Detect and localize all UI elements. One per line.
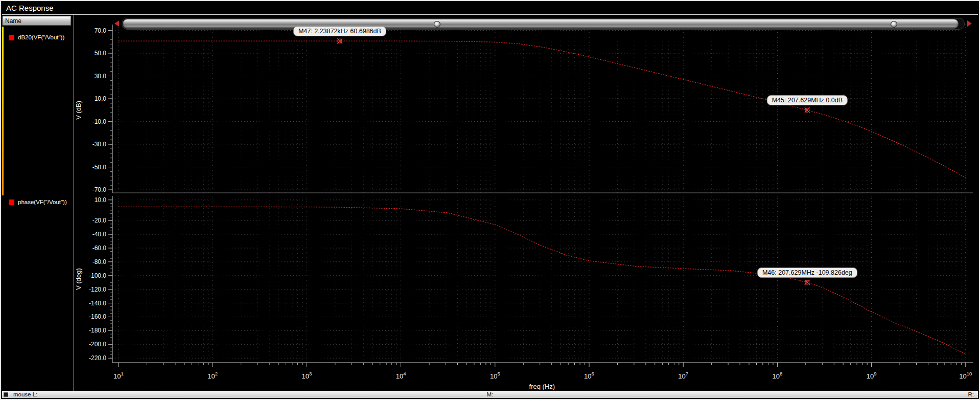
marker-point-M45: [805, 107, 810, 113]
marker-point-M46: [805, 280, 810, 285]
signal-curve: [119, 41, 966, 177]
ac-response-window: AC Response Name dB20(VF("/Vout")) phase…: [0, 0, 980, 400]
svg-text:70.0: 70.0: [95, 27, 107, 34]
svg-text:-70.0: -70.0: [92, 186, 107, 193]
svg-text:101: 101: [113, 371, 124, 380]
plot-strip-1: 10.0-20.0-40.0-60.0-80.0-100.0-120.0-140…: [75, 196, 973, 363]
plot-canvas[interactable]: 70.050.030.010.0-10.0-30.0-50.0-70.0V (d…: [1, 1, 980, 400]
svg-text:-30.0: -30.0: [92, 141, 107, 148]
svg-text:1010: 1010: [959, 371, 972, 380]
scrollbar-track[interactable]: [122, 18, 965, 30]
svg-text:-50.0: -50.0: [92, 164, 107, 171]
plot-horizontal-scrollbar[interactable]: [114, 18, 974, 30]
svg-text:-100.0: -100.0: [89, 272, 106, 279]
svg-text:10.0: 10.0: [95, 196, 107, 204]
marker-callout-M46[interactable]: M46: 207.629MHz -109.826deg: [757, 268, 857, 278]
signal-curve: [119, 207, 966, 354]
svg-text:-80.0: -80.0: [92, 258, 107, 265]
svg-text:105: 105: [490, 371, 500, 380]
svg-text:108: 108: [773, 371, 783, 380]
svg-text:10.0: 10.0: [95, 95, 107, 102]
svg-text:104: 104: [396, 371, 406, 380]
svg-text:-40.0: -40.0: [92, 231, 107, 238]
svg-text:-220.0: -220.0: [89, 354, 106, 362]
scrollbar-grip-icon[interactable]: [891, 21, 897, 28]
svg-text:-120.0: -120.0: [89, 286, 106, 293]
status-mouse-middle: M:: [487, 391, 494, 398]
scrollbar-thumb[interactable]: [123, 19, 959, 29]
marker-point-M47: [337, 38, 342, 43]
svg-text:102: 102: [207, 371, 218, 380]
svg-text:V (deg): V (deg): [75, 268, 82, 290]
svg-text:-10.0: -10.0: [92, 118, 107, 125]
scroll-left-arrow-icon[interactable]: [114, 20, 119, 27]
svg-text:-200.0: -200.0: [89, 341, 106, 348]
marker-callout-text: M47: 2.23872kHz 60.6986dB: [298, 28, 381, 35]
status-mouse-right: R:: [968, 391, 974, 398]
svg-text:V (dB): V (dB): [75, 101, 82, 120]
svg-text:-160.0: -160.0: [89, 313, 106, 320]
marker-callout-text: M45: 207.629MHz 0.0dB: [772, 97, 843, 104]
marker-callout-M45[interactable]: M45: 207.629MHz 0.0dB: [767, 95, 848, 105]
marker-callout-M47[interactable]: M47: 2.23872kHz 60.6986dB: [293, 26, 386, 36]
marker-callout-text: M46: 207.629MHz -109.826deg: [762, 269, 852, 276]
svg-text:-20.0: -20.0: [92, 217, 107, 224]
x-axis: 1011021031041051061071081091010freq (Hz): [113, 363, 972, 390]
svg-text:107: 107: [678, 371, 688, 380]
svg-text:freq (Hz): freq (Hz): [529, 383, 555, 390]
svg-text:103: 103: [302, 371, 312, 380]
svg-text:50.0: 50.0: [95, 50, 107, 57]
svg-text:106: 106: [584, 371, 594, 380]
plot-strip-0: 70.050.030.010.0-10.0-30.0-50.0-70.0V (d…: [75, 25, 973, 193]
status-mouse-left: mouse L:: [13, 391, 37, 398]
scroll-right-arrow-icon[interactable]: [967, 20, 972, 27]
svg-text:109: 109: [867, 371, 877, 380]
status-grip-icon: [4, 392, 8, 397]
svg-text:-60.0: -60.0: [92, 245, 107, 252]
svg-text:-140.0: -140.0: [89, 300, 106, 307]
svg-text:30.0: 30.0: [95, 73, 107, 80]
scrollbar-grip-icon[interactable]: [434, 21, 440, 28]
status-bar: mouse L: M: R:: [2, 391, 978, 398]
svg-text:-180.0: -180.0: [89, 327, 106, 334]
